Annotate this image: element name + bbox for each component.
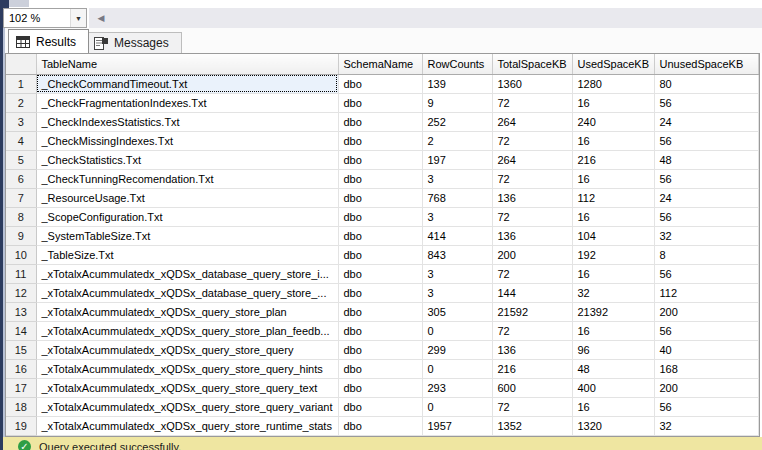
row-number[interactable]: 19 — [6, 416, 36, 435]
grid-cell[interactable]: 32 — [654, 416, 758, 435]
grid-cell[interactable]: 56 — [654, 321, 758, 340]
grid-cell[interactable]: 2 — [422, 131, 492, 150]
grid-cell[interactable]: 264 — [492, 150, 572, 169]
grid-cell[interactable]: 72 — [492, 264, 572, 283]
row-number[interactable]: 10 — [6, 245, 36, 264]
row-number[interactable]: 12 — [6, 283, 36, 302]
grid-cell[interactable]: 3 — [422, 207, 492, 226]
select-all-corner[interactable] — [6, 54, 36, 74]
grid-cell[interactable]: dbo — [338, 359, 422, 378]
grid-cell[interactable]: 32 — [572, 283, 654, 302]
grid-cell[interactable]: 400 — [572, 378, 654, 397]
grid-cell[interactable]: 56 — [654, 93, 758, 112]
grid-cell[interactable]: 299 — [422, 340, 492, 359]
grid-cell[interactable]: _TableSize.Txt — [36, 245, 338, 264]
grid-cell[interactable]: _xTotalxAcummulatedx_xQDSx_database_quer… — [36, 283, 338, 302]
grid-cell[interactable]: _xTotalxAcummulatedx_xQDSx_query_store_r… — [36, 416, 338, 435]
grid-cell[interactable]: 0 — [422, 359, 492, 378]
grid-cell[interactable]: 96 — [572, 340, 654, 359]
grid-cell[interactable]: 72 — [492, 321, 572, 340]
grid-cell[interactable]: dbo — [338, 340, 422, 359]
grid-cell[interactable]: _xTotalxAcummulatedx_xQDSx_query_store_q… — [36, 397, 338, 416]
grid-cell[interactable]: _CheckTunningRecomendation.Txt — [36, 169, 338, 188]
grid-cell[interactable]: 56 — [654, 131, 758, 150]
row-number[interactable]: 1 — [6, 74, 36, 93]
grid-cell[interactable]: 197 — [422, 150, 492, 169]
grid-cell[interactable]: _ResourceUsage.Txt — [36, 188, 338, 207]
grid-cell[interactable]: 48 — [572, 359, 654, 378]
row-number[interactable]: 7 — [6, 188, 36, 207]
grid-cell[interactable]: 293 — [422, 378, 492, 397]
grid-cell[interactable]: _xTotalxAcummulatedx_xQDSx_query_store_q… — [36, 378, 338, 397]
grid-cell[interactable]: 72 — [492, 169, 572, 188]
grid-cell[interactable]: dbo — [338, 188, 422, 207]
grid-cell[interactable]: 16 — [572, 321, 654, 340]
grid-cell[interactable]: dbo — [338, 245, 422, 264]
grid-cell[interactable]: 72 — [492, 397, 572, 416]
grid-cell[interactable]: 8 — [654, 245, 758, 264]
grid-cell[interactable]: dbo — [338, 112, 422, 131]
grid-cell[interactable]: 1957 — [422, 416, 492, 435]
grid-cell[interactable]: dbo — [338, 207, 422, 226]
row-number[interactable]: 13 — [6, 302, 36, 321]
grid-cell[interactable]: dbo — [338, 150, 422, 169]
grid-cell[interactable]: 144 — [492, 283, 572, 302]
grid-cell[interactable]: 240 — [572, 112, 654, 131]
row-number[interactable]: 4 — [6, 131, 36, 150]
grid-cell[interactable]: _CheckMissingIndexes.Txt — [36, 131, 338, 150]
grid-cell[interactable]: dbo — [338, 378, 422, 397]
grid-cell[interactable]: 264 — [492, 112, 572, 131]
grid-cell[interactable]: 843 — [422, 245, 492, 264]
grid-cell[interactable]: 136 — [492, 188, 572, 207]
grid-cell[interactable]: 1280 — [572, 74, 654, 93]
row-number[interactable]: 2 — [6, 93, 36, 112]
row-number[interactable]: 18 — [6, 397, 36, 416]
grid-cell[interactable]: 24 — [654, 112, 758, 131]
grid-cell[interactable]: 0 — [422, 397, 492, 416]
grid-cell[interactable]: 56 — [654, 397, 758, 416]
grid-cell[interactable]: _SystemTableSize.Txt — [36, 226, 338, 245]
column-header-schemaname[interactable]: SchemaName — [338, 54, 422, 74]
grid-cell[interactable]: 216 — [492, 359, 572, 378]
grid-cell[interactable]: 139 — [422, 74, 492, 93]
grid-cell[interactable]: 16 — [572, 397, 654, 416]
row-number[interactable]: 17 — [6, 378, 36, 397]
zoom-level-combobox[interactable]: 102 % ▼ — [3, 8, 87, 28]
grid-cell[interactable]: 216 — [572, 150, 654, 169]
grid-cell[interactable]: 200 — [654, 302, 758, 321]
grid-cell[interactable]: 252 — [422, 112, 492, 131]
grid-cell[interactable]: dbo — [338, 264, 422, 283]
row-number[interactable]: 15 — [6, 340, 36, 359]
grid-cell[interactable]: _ScopeConfiguration.Txt — [36, 207, 338, 226]
column-header-unusedspacekb[interactable]: UnusedSpaceKB — [654, 54, 758, 74]
grid-cell[interactable]: 600 — [492, 378, 572, 397]
grid-cell[interactable]: 56 — [654, 264, 758, 283]
row-number[interactable]: 14 — [6, 321, 36, 340]
grid-cell[interactable]: _CheckFragmentationIndexes.Txt — [36, 93, 338, 112]
grid-cell[interactable]: _CheckStatistics.Txt — [36, 150, 338, 169]
grid-cell[interactable]: 3 — [422, 264, 492, 283]
grid-cell[interactable]: 192 — [572, 245, 654, 264]
grid-cell[interactable]: 9 — [422, 93, 492, 112]
grid-cell[interactable]: dbo — [338, 131, 422, 150]
tab-messages[interactable]: Messages — [86, 32, 182, 53]
grid-cell[interactable]: 56 — [654, 169, 758, 188]
grid-cell[interactable]: _xTotalxAcummulatedx_xQDSx_database_quer… — [36, 264, 338, 283]
grid-cell[interactable]: 80 — [654, 74, 758, 93]
grid-cell[interactable]: 32 — [654, 226, 758, 245]
chevron-down-icon[interactable]: ▼ — [70, 9, 86, 27]
row-number[interactable]: 11 — [6, 264, 36, 283]
grid-cell[interactable]: _xTotalxAcummulatedx_xQDSx_query_store_q… — [36, 359, 338, 378]
horizontal-scrollbar[interactable]: ◀ — [89, 8, 762, 28]
row-number[interactable]: 9 — [6, 226, 36, 245]
grid-cell[interactable]: 72 — [492, 93, 572, 112]
grid-cell[interactable]: 56 — [654, 207, 758, 226]
grid-cell[interactable]: 72 — [492, 131, 572, 150]
grid-cell[interactable]: 136 — [492, 226, 572, 245]
grid-cell[interactable]: dbo — [338, 283, 422, 302]
grid-cell[interactable]: 3 — [422, 283, 492, 302]
grid-cell[interactable]: dbo — [338, 169, 422, 188]
grid-cell[interactable]: 104 — [572, 226, 654, 245]
grid-cell[interactable]: _xTotalxAcummulatedx_xQDSx_query_store_p… — [36, 321, 338, 340]
grid-cell[interactable]: 21592 — [492, 302, 572, 321]
